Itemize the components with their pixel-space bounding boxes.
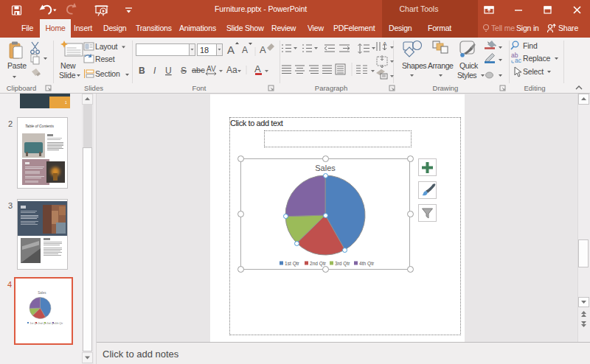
svg-text:Find: Find xyxy=(523,41,538,50)
svg-text:AV: AV xyxy=(206,65,216,73)
svg-text:1st Qtr: 1st Qtr xyxy=(285,261,300,267)
svg-text:U: U xyxy=(165,66,172,76)
svg-text:Section: Section xyxy=(95,69,120,78)
svg-text:Arrange: Arrange xyxy=(428,61,454,70)
svg-text:4th Qtr: 4th Qtr xyxy=(55,322,64,325)
svg-text:3rd Qtr: 3rd Qtr xyxy=(47,322,56,325)
svg-text:Aa: Aa xyxy=(226,65,237,75)
svg-text:Slide: Slide xyxy=(59,71,76,80)
svg-text:A: A xyxy=(383,41,387,47)
svg-text:Reset: Reset xyxy=(95,55,115,63)
svg-text:ac: ac xyxy=(515,57,522,64)
svg-text:18: 18 xyxy=(200,46,209,55)
svg-text:abc: abc xyxy=(192,66,205,74)
svg-text:A: A xyxy=(227,43,235,56)
svg-text:S: S xyxy=(181,66,187,76)
svg-text:A: A xyxy=(242,45,248,55)
svg-text:3rd Qtr: 3rd Qtr xyxy=(335,261,350,267)
svg-text:1st Qtr: 1st Qtr xyxy=(30,322,38,325)
svg-text:Select: Select xyxy=(523,67,544,76)
svg-text:I: I xyxy=(153,66,156,76)
svg-text:2nd Qtr: 2nd Qtr xyxy=(38,322,48,325)
svg-text:4th Qtr: 4th Qtr xyxy=(359,261,375,267)
svg-text:Replace: Replace xyxy=(523,54,550,63)
svg-text:New: New xyxy=(60,61,76,70)
svg-text:Shapes: Shapes xyxy=(402,61,426,70)
svg-text:A: A xyxy=(254,63,261,74)
svg-text:Sales: Sales xyxy=(38,291,46,295)
svg-text:Styles: Styles xyxy=(457,71,476,80)
svg-text:Quick: Quick xyxy=(459,61,479,70)
svg-text:A: A xyxy=(260,44,266,55)
svg-text:B: B xyxy=(139,66,145,76)
svg-text:Layout: Layout xyxy=(95,42,118,51)
svg-text:Paste: Paste xyxy=(7,61,27,70)
